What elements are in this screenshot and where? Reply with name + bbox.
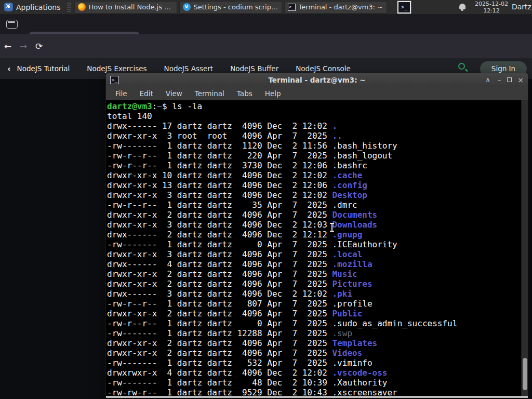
terminal-scrollbar-thumb[interactable] bbox=[523, 358, 527, 390]
terminal-close-button[interactable]: × bbox=[515, 73, 526, 87]
desktop-panel: Applications How to Install Node.js o...… bbox=[0, 0, 532, 15]
window-button-label: Terminal - dartz@vm3: ~ bbox=[299, 3, 383, 11]
terminal-window: >_ Terminal - dartz@vm3: ~ ∧ – × FileEdi… bbox=[105, 73, 528, 398]
terminal-window-icon: >_ bbox=[110, 76, 119, 84]
back-button[interactable]: ← bbox=[0, 41, 16, 51]
forward-button[interactable]: → bbox=[16, 41, 31, 51]
distro-logo-icon bbox=[4, 3, 13, 11]
subnav-item-nodejs-console[interactable]: NodeJS Console bbox=[296, 64, 351, 73]
applications-menu-button[interactable]: Applications bbox=[0, 0, 65, 15]
terminal-screen[interactable]: dartz@vm3:~$ ls -la total 140 drwx------… bbox=[106, 100, 528, 396]
terminal-shade-button[interactable]: ∧ bbox=[482, 73, 494, 87]
subnav-scroll-left-icon[interactable]: ‹ bbox=[7, 64, 11, 74]
firefox-icon bbox=[78, 3, 86, 11]
subnav-item-nodejs-buffer[interactable]: NodeJS Buffer bbox=[230, 64, 278, 73]
tray-terminal-icon[interactable]: >_ bbox=[397, 1, 411, 14]
terminal-icon: >_ bbox=[288, 4, 296, 11]
firefox-tab-bar: oo How to Install Node.js on × + ∨ – × bbox=[0, 15, 532, 34]
site-search-icon[interactable] bbox=[458, 63, 465, 70]
subnav-item-nodejs-tutorial[interactable]: NodeJS Tutorial bbox=[17, 64, 70, 73]
terminal-scrollbar[interactable] bbox=[521, 100, 528, 396]
terminal-menu-edit[interactable]: Edit bbox=[135, 88, 158, 99]
panel-separator bbox=[67, 3, 71, 12]
reload-button[interactable]: ⟳ bbox=[31, 41, 47, 51]
window-button-label: How to Install Node.js o... bbox=[89, 3, 174, 11]
terminal-maximize-button[interactable] bbox=[503, 73, 515, 87]
terminal-menu-view[interactable]: View bbox=[161, 88, 188, 99]
vscodium-icon: V bbox=[183, 3, 191, 11]
firefox-view-icon[interactable] bbox=[6, 20, 18, 29]
window-button-terminal[interactable]: >_Terminal - dartz@vm3: ~ bbox=[284, 1, 387, 14]
clock-date: 2025-12-02 bbox=[474, 1, 509, 7]
window-buttons-area: How to Install Node.js o...VSettings - c… bbox=[73, 1, 388, 14]
firefox-nav-toolbar: ← → ⟳ https://www.geeksforgeeks.org/node… bbox=[0, 34, 532, 58]
subnav-item-nodejs-exercises[interactable]: NodeJS Exercises bbox=[87, 64, 147, 73]
clock-time: 12:12 bbox=[474, 7, 509, 14]
applications-label: Applications bbox=[16, 3, 61, 11]
window-button-label: Settings - codium script... bbox=[194, 3, 278, 11]
terminal-title-bar[interactable]: >_ Terminal - dartz@vm3: ~ ∧ – × bbox=[106, 73, 528, 87]
terminal-menu-file[interactable]: File bbox=[110, 88, 132, 99]
terminal-title: Terminal - dartz@vm3: ~ bbox=[106, 76, 528, 84]
window-button-vscodium[interactable]: VSettings - codium script... bbox=[179, 1, 282, 14]
terminal-resize-edge[interactable] bbox=[106, 396, 528, 398]
terminal-menu-tabs[interactable]: Tabs bbox=[232, 88, 258, 99]
window-button-firefox[interactable]: How to Install Node.js o... bbox=[74, 1, 177, 14]
terminal-menu-help[interactable]: Help bbox=[260, 88, 286, 99]
user-actions-button[interactable]: Dartz bbox=[512, 3, 531, 11]
terminal-menu-terminal[interactable]: Terminal bbox=[190, 88, 230, 99]
subnav-items: NodeJS TutorialNodeJS ExercisesNodeJS As… bbox=[17, 64, 366, 73]
notification-bell-icon[interactable] bbox=[459, 4, 466, 9]
panel-clock[interactable]: 2025-12-02 12:12 bbox=[474, 1, 509, 14]
mouse-cursor-ibeam bbox=[329, 223, 335, 232]
terminal-menu-bar: FileEditViewTerminalTabsHelp bbox=[106, 87, 528, 100]
terminal-output: dartz@vm3:~$ ls -la total 140 drwx------… bbox=[106, 100, 528, 396]
subnav-item-nodejs-assert[interactable]: NodeJS Assert bbox=[164, 64, 214, 73]
